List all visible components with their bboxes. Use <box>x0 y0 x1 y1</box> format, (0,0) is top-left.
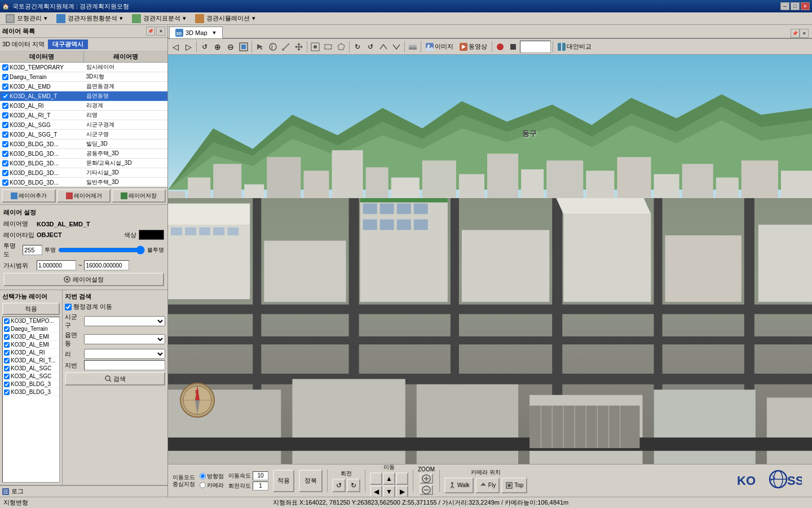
minimize-button[interactable]: ─ <box>780 2 789 10</box>
tilt-up-button[interactable] <box>377 40 390 54</box>
sigungu-select[interactable] <box>84 316 165 326</box>
selectable-layer-item[interactable]: KO3D_BLDG_3 <box>3 380 59 388</box>
layer-checkbox[interactable] <box>2 93 8 99</box>
layer-checkbox[interactable] <box>2 74 8 80</box>
walk-button[interactable]: Walk <box>444 478 474 493</box>
pan-button[interactable] <box>293 40 305 54</box>
sel-layer-checkbox[interactable] <box>4 366 10 371</box>
selectable-layer-item[interactable]: KO3D_AL_SGC <box>3 373 59 380</box>
selectable-layer-item[interactable]: KO3D_TEMPO... <box>3 317 59 325</box>
panel-pin-right[interactable]: 📌 <box>791 29 800 38</box>
sel-layer-checkbox[interactable] <box>4 358 10 364</box>
tilt-down-button[interactable] <box>390 40 403 54</box>
eumyeong-select[interactable] <box>84 334 165 344</box>
top-button[interactable]: Top <box>501 478 527 493</box>
layer-table-row[interactable]: KO3D_BLDG_3D...빌딩_3D <box>0 139 167 149</box>
opacity-input[interactable] <box>23 245 42 255</box>
layer-settings-button[interactable]: 레이어설정 <box>3 273 164 286</box>
vis-max-input[interactable] <box>84 260 129 270</box>
save-layer-button[interactable]: 레이어저장 <box>112 189 166 203</box>
speed-apply-button[interactable]: 적용 <box>273 470 294 492</box>
add-layer-button[interactable]: 레이어추가 <box>2 189 56 203</box>
layer-checkbox[interactable] <box>2 112 8 119</box>
selectable-layer-item[interactable]: KO3D_AL_RI <box>3 349 59 357</box>
sel-layer-checkbox[interactable] <box>4 342 10 348</box>
video-button[interactable]: 동영상 <box>457 40 490 54</box>
layer-checkbox[interactable] <box>2 103 8 109</box>
layer-checkbox[interactable] <box>2 170 8 176</box>
layer-checkbox[interactable] <box>2 84 8 90</box>
panel-close-right[interactable]: ✕ <box>800 29 809 38</box>
layer-checkbox[interactable] <box>2 122 8 128</box>
record-button[interactable] <box>494 40 506 54</box>
layer-table-row[interactable]: KO3D_AL_SGG_T시군구명 <box>0 130 167 139</box>
layer-table-row[interactable]: KO3D_AL_EMD_T읍면동명 <box>0 91 167 101</box>
ri-select[interactable] <box>84 349 165 359</box>
layer-toggle-button[interactable] <box>407 40 419 54</box>
layer-table-row[interactable]: KO3D_TEMPORARY임시레이어 <box>0 63 167 72</box>
selectable-layer-list[interactable]: KO3D_TEMPO...Daegu_TerrainKO3D_AL_EMIKO3… <box>2 317 60 483</box>
rotate-right-button[interactable]: ↻ <box>347 479 360 492</box>
sel-layer-checkbox[interactable] <box>4 382 10 387</box>
sel-layer-checkbox[interactable] <box>4 374 10 379</box>
menu-landscape-analysis[interactable]: 경관자원현황분석 ▾ <box>52 13 127 24</box>
select-button[interactable] <box>254 40 266 54</box>
zoom-in-map-button[interactable] <box>420 474 433 484</box>
move-ne-button[interactable] <box>396 472 408 485</box>
measure-button[interactable] <box>280 40 292 54</box>
remove-layer-button[interactable]: 레이어제거 <box>57 189 111 203</box>
layer-table-row[interactable]: KO3D_AL_RI_T리명 <box>0 111 167 120</box>
sel-layer-checkbox[interactable] <box>4 389 10 395</box>
fullextent-button[interactable] <box>237 40 250 54</box>
selectable-layer-item[interactable]: KO3D_AL_EMI <box>3 341 59 349</box>
direction-radio-label[interactable]: 방향점 <box>200 472 224 480</box>
layer-color-swatch[interactable] <box>139 230 164 240</box>
zoom-out-map-button[interactable] <box>420 485 433 495</box>
rotate-cw-button[interactable]: ↻ <box>351 40 364 54</box>
refresh-button[interactable]: ↺ <box>198 40 211 54</box>
menu-landscape-index[interactable]: 경관지표분석 ▾ <box>127 13 191 24</box>
menu-model[interactable]: 모형관리 ▾ <box>1 13 52 24</box>
move-n-button[interactable]: ▲ <box>383 472 395 485</box>
apply-button[interactable]: 적용 <box>2 303 60 315</box>
layer-table-row[interactable]: KO3D_BLDG_3D...기타시설_3D <box>0 168 167 178</box>
polygon-select-button[interactable] <box>335 40 347 54</box>
layer-table-row[interactable]: KO3D_AL_RI리경계 <box>0 101 167 111</box>
zoom-in-button[interactable]: ⊕ <box>211 40 224 54</box>
layer-table-row[interactable]: KO3D_AL_EMD읍면동경계 <box>0 82 167 91</box>
sel-layer-checkbox[interactable] <box>4 326 10 332</box>
nav-forward-button[interactable]: ▷ <box>182 40 195 54</box>
layer-checkbox[interactable] <box>2 151 8 157</box>
selectable-layer-item[interactable]: KO3D_AL_SGC <box>3 365 59 373</box>
layer-table-row[interactable]: Daegu_Terrain3D지형 <box>0 72 167 82</box>
menu-simulation[interactable]: 경관시뮬레이션 ▾ <box>191 13 260 24</box>
sel-layer-checkbox[interactable] <box>4 350 10 356</box>
camera-radio[interactable] <box>200 482 206 488</box>
rect-select-button[interactable] <box>322 40 334 54</box>
maximize-button[interactable]: □ <box>791 2 800 10</box>
layer-checkbox[interactable] <box>2 132 8 138</box>
selectable-layer-item[interactable]: KO3D_AL_EMI <box>3 333 59 341</box>
move-w-button[interactable]: ◀ <box>370 485 382 498</box>
selectable-layer-item[interactable]: Daegu_Terrain <box>3 325 59 333</box>
stop-button[interactable] <box>507 40 519 54</box>
close-button[interactable]: ✕ <box>801 2 810 10</box>
jibun-input[interactable] <box>84 360 165 370</box>
point-select-button[interactable] <box>309 40 321 54</box>
zoom-out-button[interactable]: ⊖ <box>224 40 237 54</box>
nav-back-button[interactable]: ◁ <box>169 40 182 54</box>
fly-button[interactable]: Fly <box>475 478 500 493</box>
toolbar-text-input[interactable] <box>520 41 551 53</box>
selectable-layer-item[interactable]: KO3D_BLDG_3 <box>3 388 59 396</box>
opacity-slider[interactable] <box>58 246 145 255</box>
map-view[interactable]: 동구 N <box>168 55 812 464</box>
vis-min-input[interactable] <box>37 260 76 270</box>
tab-dropdown-icon[interactable]: ▼ <box>212 30 217 36</box>
layer-table-row[interactable]: KO3D_BLDG_3D...일반주택_3D <box>0 178 167 187</box>
layer-table-row[interactable]: KO3D_BLDG_3D...공동주택_3D <box>0 149 167 159</box>
layer-checkbox[interactable] <box>2 179 8 186</box>
layer-checkbox[interactable] <box>2 64 8 71</box>
sel-layer-checkbox[interactable] <box>4 318 10 324</box>
move-s-button[interactable]: ▼ <box>383 485 395 498</box>
layer-checkbox[interactable] <box>2 141 8 147</box>
